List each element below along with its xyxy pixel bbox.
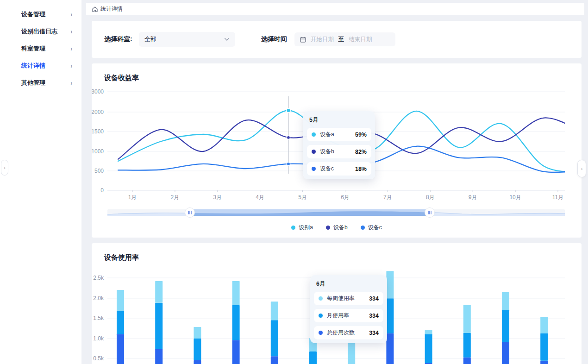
x-axis-label: 2月 [171,194,180,201]
bar-segment[interactable] [117,290,124,311]
sidebar-item-label: 其他管理 [21,79,45,87]
bar-segment[interactable] [232,340,240,364]
sidebar-item-5[interactable]: 其他管理› [0,74,81,91]
tooltip-series-value: 18% [355,166,367,172]
sidebar-item-2[interactable]: 设别出借日志› [0,23,81,40]
date-end-input[interactable]: 结束日期 [349,36,372,44]
y-axis-label: 0.5k [93,355,104,362]
bar-segment[interactable] [271,320,278,356]
x-axis-label: 3月 [213,194,222,201]
calendar-icon [300,37,306,43]
bar-segment[interactable] [309,351,317,364]
sidebar-item-1[interactable]: 设备管理› [0,6,81,23]
collapse-sidebar-button[interactable]: › [1,160,8,176]
slider-handle[interactable] [185,208,195,218]
x-axis-label: 4月 [256,194,264,201]
bar-segment[interactable] [194,360,201,364]
tooltip-series-value: 82% [355,149,367,155]
sidebar-item-4[interactable]: 统计详情› [0,57,81,74]
bar-segment[interactable] [386,298,394,333]
slider-handle[interactable] [425,208,435,218]
bar-segment[interactable] [117,311,124,334]
series-dot-icon [319,331,323,335]
breadcrumb: 统计详情 [86,3,584,15]
bar-segment[interactable] [271,356,278,364]
hover-point [287,162,290,165]
legend-item-3[interactable]: 设备c [361,224,382,232]
bar-segment[interactable] [386,271,394,298]
legend-item-1[interactable]: 设别a [291,224,313,232]
revenue-chart-title: 设备收益率 [104,74,139,82]
hover-point [287,108,290,112]
bar-segment[interactable] [194,339,201,360]
x-axis-label: 9月 [469,194,477,201]
legend-dot-icon [291,226,295,230]
bar-segment[interactable] [425,334,432,363]
tooltip-header: 6月 [316,280,383,288]
bar-segment[interactable] [463,333,471,358]
y-axis-label: 1000 [92,148,104,155]
dept-select-value: 全部 [144,35,156,44]
bar-segment[interactable] [540,317,548,333]
tooltip-series-value: 334 [369,295,379,302]
bar-segment[interactable] [386,333,394,364]
date-start-input[interactable]: 开始日期 [311,36,334,44]
usage-chart-title: 设备使用率 [104,253,139,262]
usage-chart-card: 设备使用率 2.5k2.0k1.5k1.0k0.5k 6月 每周使用率334月使… [92,243,582,364]
filter-card: 选择科室: 全部 选择时间 开始日期 至 结束日期 [92,21,582,58]
y-axis-label: 500 [94,168,104,174]
bar-segment[interactable] [502,342,509,364]
y-axis-label: 0 [100,187,104,194]
bar-segment[interactable] [502,292,509,310]
x-axis-label: 10月 [509,194,521,201]
tooltip-series-label: 月使用率 [327,312,349,320]
bar-segment[interactable] [463,358,471,364]
bar-segment[interactable] [540,361,548,364]
legend-item-2[interactable]: 设备b [326,224,348,232]
bar-segment[interactable] [232,305,240,340]
y-axis-label: 3000 [92,88,104,95]
chevron-right-icon: › [70,62,72,69]
sidebar-item-label: 设别出借日志 [21,27,57,36]
date-to-label: 至 [338,36,344,44]
chevron-right-icon: › [4,165,6,170]
tooltip-row: 总使用次数334 [314,326,383,339]
bar-segment[interactable] [540,333,548,361]
chevron-down-icon [224,36,230,43]
bar-segment[interactable] [117,334,124,364]
legend-label: 设备c [368,224,382,232]
chevron-left-icon: ‹ [581,166,583,171]
collapse-panel-button[interactable]: ‹ [577,160,586,177]
tooltip-series-label: 设备b [320,148,334,156]
tooltip-series-value: 334 [369,330,379,336]
legend-dot-icon [326,226,330,230]
y-axis-label: 2.5k [93,275,104,281]
sidebar-item-3[interactable]: 科室管理› [0,40,81,57]
date-range-picker[interactable]: 开始日期 至 结束日期 [294,32,395,46]
bar-segment[interactable] [502,310,509,342]
tooltip-series-label: 总使用次数 [327,329,355,337]
bar-segment[interactable] [155,303,163,349]
bar-segment[interactable] [425,330,432,334]
dept-select[interactable]: 全部 [139,32,235,47]
dept-select-label: 选择科室: [104,35,132,44]
usage-tooltip: 6月 每周使用率334月使用率334总使用次数334 [310,275,387,343]
x-axis-label: 5月 [298,194,307,201]
bar-segment[interactable] [155,281,163,303]
bar-segment[interactable] [155,349,163,364]
x-axis-label: 7月 [383,194,392,201]
bar-segment[interactable] [463,305,471,333]
tooltip-header: 5月 [309,116,371,124]
tooltip-series-label: 每周使用率 [327,295,355,302]
tooltip-row: 设备a59% [307,128,371,141]
hover-point [287,136,290,139]
series-dot-icon [312,150,316,154]
bar-segment[interactable] [271,301,278,320]
bar-segment[interactable] [232,281,240,305]
sidebar-item-label: 科室管理 [21,44,45,53]
tooltip-series-label: 设备c [320,165,334,173]
tooltip-row: 设备b82% [307,145,371,158]
legend-dot-icon [361,226,365,230]
x-axis-label: 6月 [341,194,350,201]
bar-segment[interactable] [194,327,201,339]
